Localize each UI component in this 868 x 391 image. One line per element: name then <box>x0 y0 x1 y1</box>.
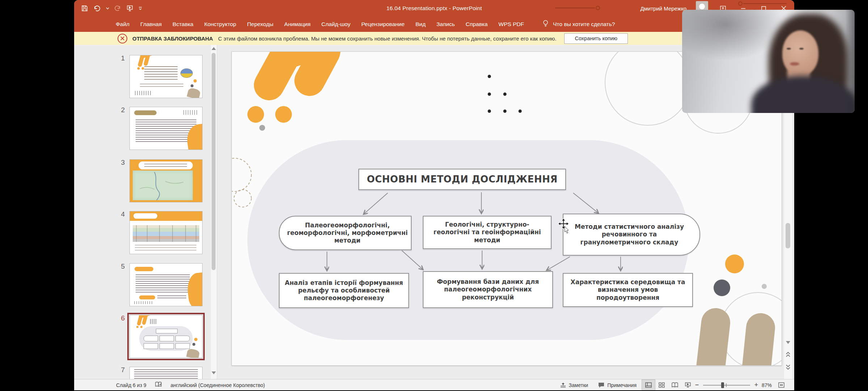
slide-thumbnail-7[interactable] <box>129 367 203 379</box>
slide-number-7: 7 <box>115 366 125 374</box>
banner-message: С этим файлом возникла проблема. Мы не м… <box>218 35 557 42</box>
webcam-edge-shadow <box>845 10 855 113</box>
tab-file[interactable]: Файл <box>110 17 135 32</box>
tab-view[interactable]: Вид <box>410 17 431 32</box>
slide-indicator: Слайд 6 из 9 <box>116 382 146 388</box>
slide-thumbnail-1[interactable] <box>129 55 203 98</box>
lightbulb-icon <box>542 20 549 29</box>
slide-number-6: 6 <box>115 314 125 322</box>
slide-number-3: 3 <box>115 159 125 167</box>
blocked-error-icon <box>118 34 127 43</box>
save-copy-button[interactable]: Сохранить копию <box>564 33 627 44</box>
slide-thumbnail-2[interactable] <box>129 107 203 150</box>
thumbnail-scrollbar-thumb[interactable] <box>212 53 216 270</box>
slide-scrollbar-thumb[interactable] <box>786 223 790 248</box>
tell-me-search[interactable]: Что вы хотите сделать? <box>542 20 615 29</box>
thumbnail-scrollbar[interactable] <box>211 45 217 379</box>
spell-check-icon[interactable] <box>155 382 162 389</box>
slide-thumbnail-4[interactable] <box>129 211 203 254</box>
status-bar: Слайд 6 из 9 английский (Соединенное Кор… <box>74 379 794 390</box>
tab-animations[interactable]: Анимация <box>279 17 316 32</box>
slide-sorter-icon[interactable] <box>655 380 668 390</box>
tab-wps-pdf[interactable]: WPS PDF <box>493 17 529 32</box>
language-indicator[interactable]: английский (Соединенное Королевство) <box>171 382 265 388</box>
scroll-up-icon[interactable] <box>212 47 216 50</box>
zoom-out-icon[interactable]: − <box>694 381 699 389</box>
move-cursor-icon <box>557 218 575 236</box>
slide-thumbnail-6-selected[interactable] <box>129 315 203 358</box>
slideshow-view-icon[interactable] <box>681 380 694 390</box>
zoom-level[interactable]: 87% <box>759 379 775 390</box>
tab-slideshow[interactable]: Слайд-шоу <box>316 17 356 32</box>
slide-number-5: 5 <box>115 262 125 270</box>
zoom-slider-tick <box>726 383 727 387</box>
slide-thumbnail-5[interactable] <box>129 263 203 306</box>
slide-number-1: 1 <box>115 54 125 62</box>
tab-home[interactable]: Главная <box>135 17 167 32</box>
tab-insert[interactable]: Вставка <box>167 17 199 32</box>
webcam-person-face <box>782 30 818 76</box>
scroll-down-icon[interactable] <box>212 371 216 374</box>
zoom-slider[interactable] <box>703 385 750 386</box>
fit-slide-to-window-icon[interactable] <box>775 380 788 390</box>
panel-divider <box>217 45 217 379</box>
banner-title: ОТПРАВКА ЗАБЛОКИРОВАНА <box>132 35 213 42</box>
normal-view-icon[interactable] <box>642 379 655 390</box>
tab-design[interactable]: Конструктор <box>199 17 242 32</box>
screen-share-view: 16.04 Presentation.pptx - PowerPoint Дми… <box>0 0 868 391</box>
tab-review[interactable]: Рецензирование <box>356 17 410 32</box>
notes-icon <box>560 382 566 388</box>
slide-number-2: 2 <box>115 106 125 114</box>
slide-thumbnail-3[interactable] <box>129 159 203 202</box>
reading-view-icon[interactable] <box>668 380 681 390</box>
zoom-in-icon[interactable]: + <box>754 381 759 389</box>
tab-help[interactable]: Справка <box>460 17 493 32</box>
tab-record[interactable]: Запись <box>431 17 460 32</box>
webcam-video-overlay <box>682 10 855 113</box>
tab-transitions[interactable]: Переходы <box>242 17 279 32</box>
zoom-slider-knob[interactable] <box>721 382 724 388</box>
account-user-name[interactable]: Дмитрий Мережко <box>640 5 686 12</box>
scroll-down-icon[interactable] <box>786 341 790 344</box>
previous-next-slide-buttons[interactable] <box>786 350 791 375</box>
slide-number-4: 4 <box>115 210 125 218</box>
webcam-background-shadow <box>682 10 783 60</box>
comments-icon <box>598 382 604 388</box>
notes-button[interactable]: Заметки <box>555 379 593 390</box>
comments-button[interactable]: Примечания <box>593 379 642 390</box>
